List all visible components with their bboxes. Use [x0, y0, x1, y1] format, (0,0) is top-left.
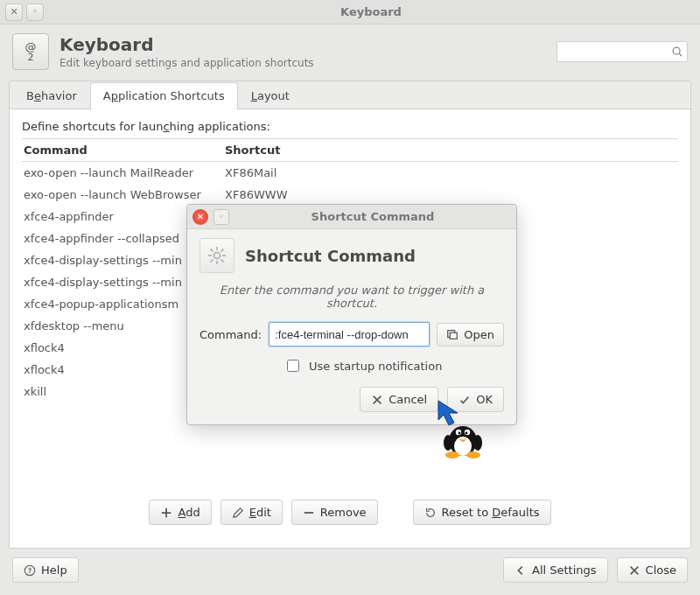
- search-icon: [671, 46, 683, 58]
- startup-notification-checkbox[interactable]: Use startup notification: [284, 357, 504, 374]
- column-command[interactable]: Command: [24, 144, 225, 157]
- svg-line-9: [211, 249, 214, 252]
- svg-point-4: [214, 253, 220, 259]
- folder-icon: [446, 328, 458, 340]
- dialog-heading: Shortcut Command: [245, 247, 416, 265]
- add-button[interactable]: Add: [149, 500, 211, 525]
- svg-rect-14: [451, 332, 458, 339]
- open-button[interactable]: Open: [437, 323, 504, 346]
- search-input[interactable]: [556, 41, 688, 62]
- close-icon: [628, 564, 640, 577]
- command-label: Command:: [200, 328, 262, 341]
- help-icon: ?: [24, 564, 36, 577]
- svg-line-1: [679, 53, 682, 56]
- svg-line-11: [211, 260, 214, 262]
- keyboard-key-icon: @ 2: [12, 33, 49, 70]
- pencil-icon: [232, 507, 244, 519]
- close-button[interactable]: Close: [617, 557, 688, 583]
- close-icon: [371, 394, 383, 406]
- remove-button[interactable]: Remove: [291, 500, 378, 525]
- tab-application-shortcuts[interactable]: Application Shortcuts: [90, 82, 238, 109]
- dialog-pin-button[interactable]: ◦: [214, 209, 229, 225]
- page-title: Keyboard: [60, 34, 314, 55]
- header: @ 2 Keyboard Edit keyboard settings and …: [0, 24, 700, 75]
- svg-line-12: [221, 249, 224, 252]
- dialog-description: Enter the command you want to trigger wi…: [200, 284, 504, 310]
- svg-line-10: [221, 260, 224, 262]
- page-subtitle: Edit keyboard settings and application s…: [60, 57, 314, 69]
- table-row[interactable]: exo-open --launch WebBrowserXF86WWW: [22, 184, 678, 206]
- command-input[interactable]: [269, 322, 430, 346]
- table-row[interactable]: exo-open --launch MailReaderXF86Mail: [22, 162, 678, 184]
- all-settings-button[interactable]: All Settings: [503, 557, 608, 583]
- reset-defaults-button[interactable]: Reset to Defaults: [413, 500, 551, 525]
- window-title: Keyboard: [47, 5, 695, 18]
- dialog-close-button[interactable]: ✕: [192, 209, 208, 225]
- reset-icon: [424, 507, 437, 519]
- tabs: Behavior Application Shortcuts Layout: [10, 81, 690, 109]
- intro-text: Define shortcuts for launching applicati…: [22, 120, 678, 133]
- list-toolbar: Add Edit Remove Reset to Defaults: [22, 489, 678, 537]
- tab-layout[interactable]: Layout: [238, 82, 303, 109]
- table-header: Command Shortcut: [22, 138, 678, 162]
- dialog-title: Shortcut Command: [234, 210, 511, 223]
- chevron-left-icon: [514, 564, 527, 577]
- window-titlebar: ✕ ◦ Keyboard: [0, 0, 700, 24]
- cell-command: exo-open --launch WebBrowser: [24, 188, 225, 201]
- footer: ? Help All Settings Close: [0, 549, 700, 595]
- cell-shortcut: XF86WWW: [225, 188, 676, 201]
- tab-behavior[interactable]: Behavior: [13, 82, 90, 109]
- window-close-button[interactable]: ✕: [5, 4, 23, 21]
- svg-text:?: ?: [28, 566, 32, 574]
- plus-icon: [160, 507, 172, 519]
- cell-command: exo-open --launch MailReader: [24, 166, 225, 179]
- cancel-button[interactable]: Cancel: [360, 387, 438, 412]
- window-pin-button[interactable]: ◦: [26, 4, 44, 21]
- minus-icon: [303, 507, 315, 519]
- cell-shortcut: XF86Mail: [225, 166, 676, 179]
- shortcut-command-dialog: ✕ ◦ Shortcut Command Shortcut Command En…: [186, 204, 517, 425]
- help-button[interactable]: ? Help: [12, 557, 79, 583]
- column-shortcut[interactable]: Shortcut: [225, 144, 676, 157]
- dialog-titlebar: ✕ ◦ Shortcut Command: [187, 205, 516, 229]
- check-icon: [458, 394, 471, 406]
- ok-button[interactable]: OK: [447, 387, 504, 412]
- gear-icon: [200, 238, 234, 273]
- svg-point-0: [673, 47, 680, 54]
- edit-button[interactable]: Edit: [220, 500, 283, 525]
